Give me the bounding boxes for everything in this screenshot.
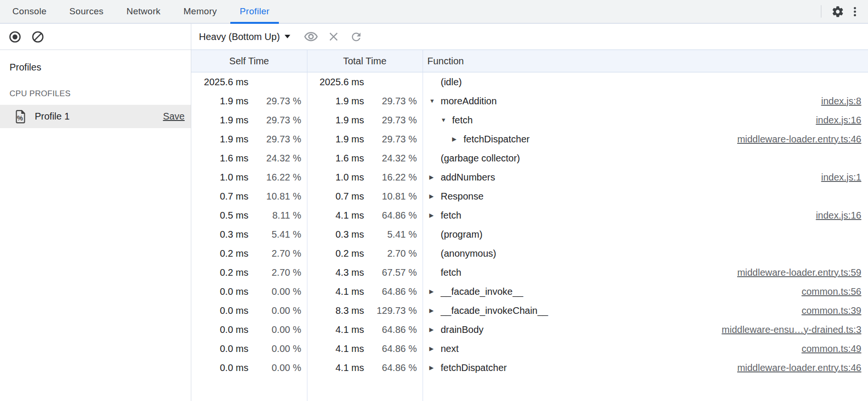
tree-toggle-icon[interactable]: ▶ bbox=[429, 174, 441, 180]
total-time-pct: 64.86 % bbox=[364, 286, 417, 297]
source-link[interactable]: common.ts:56 bbox=[801, 286, 868, 297]
clear-profiles-button[interactable] bbox=[31, 30, 44, 43]
total-time-ms: 1.9 ms bbox=[307, 96, 364, 107]
total-time-ms: 0.3 ms bbox=[307, 229, 364, 240]
table-row[interactable]: 0.0 ms 0.00 % 4.1 ms 64.86 % ▶ drainBody… bbox=[191, 320, 868, 339]
function-name: Response bbox=[441, 191, 483, 202]
total-time-cell: 4.1 ms 64.86 % bbox=[307, 362, 423, 373]
table-row[interactable]: 1.9 ms 29.73 % 1.9 ms 29.73 % ▼ moreAddi… bbox=[191, 91, 868, 110]
tab-strip: Console Sources Network Memory Profiler bbox=[0, 0, 281, 23]
view-mode-label: Heavy (Bottom Up) bbox=[199, 31, 280, 42]
table-row[interactable]: 0.0 ms 0.00 % 4.1 ms 64.86 % ▶ fetchDisp… bbox=[191, 358, 868, 377]
tree-toggle-icon[interactable]: ▶ bbox=[429, 365, 441, 371]
function-cell: (garbage collector) bbox=[423, 153, 868, 164]
function-cell: (anonymous) bbox=[423, 248, 868, 259]
total-time-ms: 4.1 ms bbox=[307, 210, 364, 221]
self-time-pct: 0.00 % bbox=[248, 362, 301, 373]
table-row[interactable]: 1.6 ms 24.32 % 1.6 ms 24.32 % (garbage c… bbox=[191, 149, 868, 168]
column-header-self-time[interactable]: Self Time bbox=[191, 56, 307, 67]
record-icon bbox=[9, 30, 21, 43]
self-time-cell: 0.3 ms 5.41 % bbox=[191, 229, 307, 240]
self-time-cell: 1.9 ms 29.73 % bbox=[191, 115, 307, 126]
tree-toggle-icon[interactable]: ▶ bbox=[429, 346, 441, 351]
table-row[interactable]: 1.9 ms 29.73 % 1.9 ms 29.73 % ▶ fetchDis… bbox=[191, 130, 868, 149]
self-time-ms: 0.0 ms bbox=[191, 362, 248, 373]
self-time-ms: 0.3 ms bbox=[191, 229, 248, 240]
view-mode-dropdown[interactable]: Heavy (Bottom Up) bbox=[199, 31, 290, 42]
table-row[interactable]: 0.2 ms 2.70 % 0.2 ms 2.70 % (anonymous) bbox=[191, 244, 868, 263]
profile-list-item[interactable]: % Profile 1 Save bbox=[0, 105, 191, 128]
source-link[interactable]: common.ts:39 bbox=[801, 305, 868, 316]
self-time-cell: 0.2 ms 2.70 % bbox=[191, 248, 307, 259]
self-time-ms: 1.9 ms bbox=[191, 134, 248, 145]
self-time-ms: 0.2 ms bbox=[191, 267, 248, 278]
function-cell: ▶ next common.ts:49 bbox=[423, 343, 868, 354]
table-row[interactable]: 0.0 ms 0.00 % 8.3 ms 129.73 % ▶ __facade… bbox=[191, 301, 868, 320]
self-time-pct: 0.00 % bbox=[248, 324, 301, 335]
function-name: fetchDispatcher bbox=[464, 134, 530, 145]
self-time-ms: 0.0 ms bbox=[191, 286, 248, 297]
table-row[interactable]: 2025.6 ms 2025.6 ms (idle) bbox=[191, 72, 868, 91]
settings-button[interactable] bbox=[829, 3, 846, 20]
tab-profiler[interactable]: Profiler bbox=[230, 0, 279, 23]
source-link[interactable]: middleware-ensu…y-drained.ts:3 bbox=[722, 324, 868, 335]
tree-toggle-icon[interactable]: ▶ bbox=[429, 308, 441, 313]
tree-toggle-icon[interactable]: ▼ bbox=[441, 117, 452, 123]
self-time-ms: 0.7 ms bbox=[191, 191, 248, 202]
tree-toggle-icon[interactable]: ▶ bbox=[452, 136, 464, 142]
total-time-cell: 1.9 ms 29.73 % bbox=[307, 134, 423, 145]
tab-sources[interactable]: Sources bbox=[60, 0, 113, 23]
source-link[interactable]: middleware-loader.entry.ts:46 bbox=[737, 362, 868, 373]
cpu-profiles-group-label: CPU PROFILES bbox=[10, 89, 191, 99]
total-time-ms: 1.9 ms bbox=[307, 115, 364, 126]
source-link[interactable]: common.ts:49 bbox=[801, 343, 868, 354]
source-link[interactable]: middleware-loader.entry.ts:59 bbox=[737, 267, 868, 278]
tab-network[interactable]: Network bbox=[117, 0, 170, 23]
source-link[interactable]: index.js:16 bbox=[816, 115, 868, 126]
total-time-pct: 64.86 % bbox=[364, 324, 417, 335]
table-row[interactable]: 1.9 ms 29.73 % 1.9 ms 29.73 % ▼ fetch in… bbox=[191, 110, 868, 130]
self-time-cell: 0.5 ms 8.11 % bbox=[191, 210, 307, 221]
grid-header-row: Self Time Total Time Function bbox=[191, 50, 868, 72]
table-row[interactable]: 0.0 ms 0.00 % 4.1 ms 64.86 % ▶ next comm… bbox=[191, 339, 868, 358]
table-row[interactable]: 0.2 ms 2.70 % 4.3 ms 67.57 % fetch middl… bbox=[191, 263, 868, 282]
source-link[interactable]: index.js:8 bbox=[821, 96, 868, 107]
function-cell: ▶ __facade_invokeChain__ common.ts:39 bbox=[423, 305, 868, 316]
total-time-pct: 64.86 % bbox=[364, 343, 417, 354]
record-button[interactable] bbox=[9, 30, 21, 43]
tab-console[interactable]: Console bbox=[3, 0, 56, 23]
function-name: (idle) bbox=[441, 77, 462, 88]
self-time-ms: 1.9 ms bbox=[191, 115, 248, 126]
function-cell: ▶ __facade_invoke__ common.ts:56 bbox=[423, 286, 868, 297]
self-time-cell: 0.0 ms 0.00 % bbox=[191, 362, 307, 373]
focus-preview-button[interactable] bbox=[303, 29, 319, 45]
column-header-function[interactable]: Function bbox=[423, 56, 868, 67]
table-row[interactable]: 0.3 ms 5.41 % 0.3 ms 5.41 % (program) bbox=[191, 225, 868, 244]
tab-memory[interactable]: Memory bbox=[174, 0, 226, 23]
total-time-pct: 2.70 % bbox=[364, 248, 417, 259]
table-row[interactable]: 0.0 ms 0.00 % 4.1 ms 64.86 % ▶ __facade_… bbox=[191, 282, 868, 301]
source-link[interactable]: index.js:1 bbox=[821, 172, 868, 183]
kebab-menu-icon bbox=[848, 5, 861, 18]
more-options-button[interactable] bbox=[846, 3, 863, 20]
source-link[interactable]: middleware-loader.entry.ts:46 bbox=[737, 134, 868, 145]
tree-toggle-icon[interactable]: ▶ bbox=[429, 289, 441, 294]
function-name: moreAddition bbox=[441, 96, 497, 107]
total-time-cell: 8.3 ms 129.73 % bbox=[307, 305, 423, 316]
self-time-ms: 1.9 ms bbox=[191, 96, 248, 107]
source-link[interactable]: index.js:16 bbox=[816, 210, 868, 221]
table-row[interactable]: 1.0 ms 16.22 % 1.0 ms 16.22 % ▶ addNumbe… bbox=[191, 168, 868, 187]
column-divider bbox=[423, 50, 423, 401]
tree-toggle-icon[interactable]: ▶ bbox=[429, 193, 441, 199]
tree-toggle-icon[interactable]: ▶ bbox=[429, 212, 441, 218]
table-row[interactable]: 0.5 ms 8.11 % 4.1 ms 64.86 % ▶ fetch ind… bbox=[191, 206, 868, 225]
table-row[interactable]: 0.7 ms 10.81 % 0.7 ms 10.81 % ▶ Response bbox=[191, 187, 868, 206]
column-header-total-time[interactable]: Total Time bbox=[307, 56, 423, 67]
delete-profile-button[interactable] bbox=[326, 29, 342, 45]
save-profile-link[interactable]: Save bbox=[163, 111, 185, 122]
refresh-button[interactable] bbox=[348, 29, 364, 45]
tree-toggle-icon[interactable]: ▶ bbox=[429, 327, 441, 332]
function-name: next bbox=[441, 343, 459, 354]
function-cell: ▶ addNumbers index.js:1 bbox=[423, 172, 868, 183]
tree-toggle-icon[interactable]: ▼ bbox=[429, 98, 441, 104]
